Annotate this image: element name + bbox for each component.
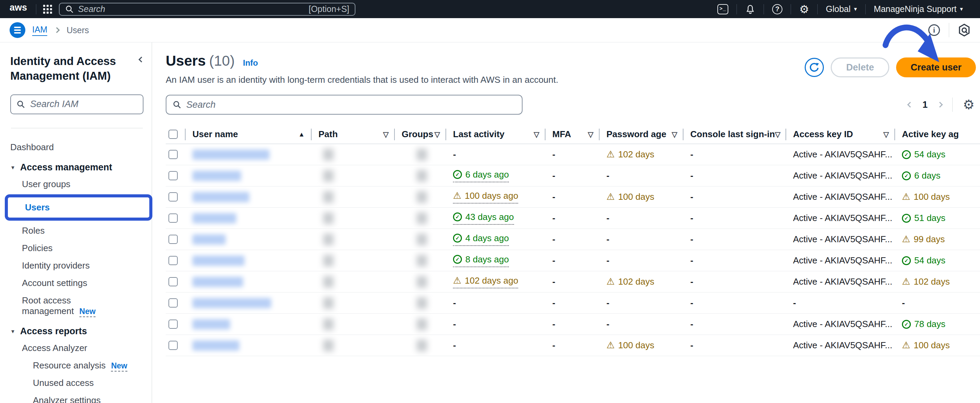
filter-icon[interactable]: ▽: [588, 130, 593, 138]
users-table: User name▲Path▽Groups▽Last activity▽MFA▽…: [166, 125, 980, 356]
access-key-id-text: Active - AKIAV5QSAHF...: [793, 170, 892, 181]
row-checkbox[interactable]: [169, 319, 178, 329]
row-checkbox[interactable]: [169, 235, 178, 244]
table-preferences-icon[interactable]: ⚙: [963, 98, 975, 111]
column-label: Last activity: [453, 129, 504, 140]
sidebar-collapse-icon[interactable]: [139, 57, 145, 63]
users-page: Users (10) Info An IAM user is an identi…: [152, 43, 980, 403]
sidebar-item-resource-analysis[interactable]: Resource analysisNew: [10, 357, 143, 374]
services-menu-icon[interactable]: [43, 5, 52, 14]
last-activity-cell: ⚠102 days ago: [446, 271, 546, 292]
breadcrumb-iam-link[interactable]: IAM: [32, 25, 47, 36]
row-checkbox[interactable]: [169, 341, 178, 350]
column-header-groups[interactable]: Groups▽: [395, 125, 446, 144]
mfa-cell: -: [546, 271, 600, 292]
empty-value: -: [690, 255, 694, 266]
column-header-console-last-sign-in[interactable]: Console last sign-in▽: [684, 125, 786, 144]
info-link[interactable]: Info: [243, 58, 258, 68]
row-checkbox[interactable]: [169, 277, 178, 286]
user-name-cell[interactable]: [186, 229, 312, 250]
row-checkbox[interactable]: [169, 298, 178, 308]
create-user-button[interactable]: Create user: [896, 57, 976, 77]
user-name-cell[interactable]: [186, 144, 312, 165]
sidebar-item-identity-providers[interactable]: Identity providers: [10, 257, 143, 274]
sidebar-item-access-analyzer[interactable]: Access Analyzer: [10, 340, 143, 357]
redacted-path: [323, 340, 334, 351]
info-icon[interactable]: i: [928, 24, 940, 36]
table-header-row: User name▲Path▽Groups▽Last activity▽MFA▽…: [166, 125, 980, 144]
annotation-highlight-box: Users: [5, 194, 153, 221]
amazon-q-icon[interactable]: [958, 24, 970, 36]
column-header-path[interactable]: Path▽: [312, 125, 395, 144]
section-expand-icon[interactable]: ▼: [10, 328, 16, 334]
settings-button[interactable]: ⚙: [791, 0, 817, 18]
row-checkbox[interactable]: [169, 213, 178, 223]
user-name-cell[interactable]: [186, 271, 312, 292]
column-header-mfa[interactable]: MFA▽: [546, 125, 600, 144]
notifications-button[interactable]: [737, 0, 764, 18]
refresh-button[interactable]: [805, 58, 824, 77]
column-header-last-activity[interactable]: Last activity▽: [446, 125, 546, 144]
sidebar-item-roles[interactable]: Roles: [10, 222, 143, 240]
sort-ascending-icon[interactable]: ▲: [298, 131, 305, 138]
column-header-password-age[interactable]: Password age▽: [600, 125, 684, 144]
aws-logo[interactable]: aws: [9, 2, 29, 16]
filter-icon[interactable]: ▽: [434, 130, 440, 138]
previous-page-icon[interactable]: [907, 102, 913, 108]
hamburger-menu-button[interactable]: [10, 22, 25, 38]
sidebar-item-user-groups[interactable]: User groups: [10, 176, 143, 193]
check-circle-icon: ✓: [453, 213, 462, 221]
delete-button[interactable]: Delete: [831, 57, 889, 77]
filter-icon[interactable]: ▽: [534, 130, 539, 138]
sidebar-item-policies[interactable]: Policies: [10, 240, 143, 257]
sidebar-item-account-settings[interactable]: Account settings: [10, 274, 143, 292]
column-header-active-key-ag[interactable]: Active key ag: [895, 125, 980, 144]
access-key-id-cell: Active - AKIAV5QSAHF...: [786, 229, 895, 250]
user-name-cell[interactable]: [186, 165, 312, 186]
sidebar-section-access-management[interactable]: ▼Access management: [10, 162, 143, 173]
page-number[interactable]: 1: [923, 100, 928, 110]
filter-icon[interactable]: ▽: [883, 130, 889, 138]
section-expand-icon[interactable]: ▼: [10, 165, 16, 170]
empty-value: -: [690, 234, 694, 244]
filter-icon[interactable]: ▽: [672, 130, 677, 138]
row-checkbox[interactable]: [169, 256, 178, 265]
global-search-input[interactable]: Search [Option+S]: [59, 3, 355, 16]
column-header-user-name[interactable]: User name▲: [186, 125, 312, 144]
sidebar-item-root-access-management[interactable]: Root access managementNew: [10, 292, 143, 320]
row-checkbox[interactable]: [169, 192, 178, 202]
user-name-cell[interactable]: [186, 208, 312, 228]
sidebar-item-dashboard[interactable]: Dashboard: [10, 138, 143, 156]
user-name-cell[interactable]: [186, 250, 312, 271]
user-name-cell[interactable]: [186, 186, 312, 207]
empty-value: -: [606, 255, 609, 266]
path-cell: [312, 250, 395, 271]
cloudshell-button[interactable]: >_: [709, 0, 737, 18]
redacted-groups: [417, 170, 427, 182]
user-name-cell[interactable]: [186, 335, 312, 356]
access-key-id-cell: Active - AKIAV5QSAHF...: [786, 144, 895, 165]
sidebar-section-access-reports[interactable]: ▼Access reports: [10, 326, 143, 336]
users-search-input[interactable]: Search: [166, 95, 523, 114]
last-activity-cell: -: [446, 292, 546, 313]
row-checkbox[interactable]: [169, 150, 178, 159]
filter-icon[interactable]: ▽: [775, 130, 780, 138]
select-all-checkbox[interactable]: [169, 130, 178, 139]
sidebar-item-unused-access[interactable]: Unused access: [10, 374, 143, 392]
account-menu[interactable]: ManageNinja Support ▾: [865, 0, 971, 18]
column-header-access-key-id[interactable]: Access key ID▽: [786, 125, 895, 144]
next-page-icon[interactable]: [937, 102, 943, 108]
user-name-cell[interactable]: [186, 314, 312, 335]
sidebar-search-input[interactable]: Search IAM: [10, 94, 143, 114]
filter-icon[interactable]: ▽: [383, 130, 389, 138]
region-selector[interactable]: Global ▾: [818, 0, 865, 18]
path-cell: [312, 314, 395, 335]
help-button[interactable]: ?: [764, 0, 791, 18]
empty-value: -: [690, 319, 694, 330]
status-text: 100 days: [913, 340, 950, 351]
breadcrumb-current-page: Users: [67, 25, 89, 35]
sidebar-item-analyzer-settings[interactable]: Analyzer settings: [10, 392, 143, 403]
user-name-cell[interactable]: [186, 292, 312, 313]
sidebar-item-users[interactable]: Users: [13, 199, 149, 216]
row-checkbox[interactable]: [169, 171, 178, 180]
